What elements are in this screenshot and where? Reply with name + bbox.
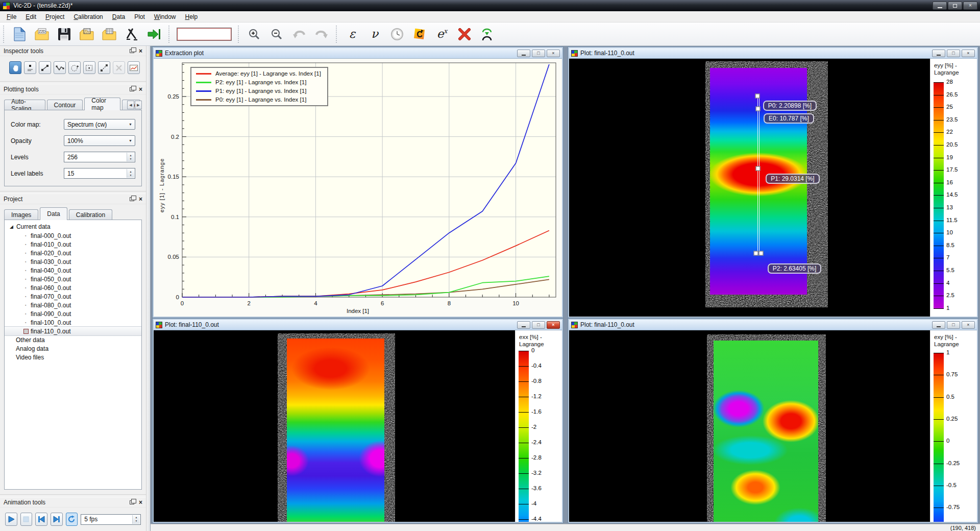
tree-node-current-data[interactable]: ◢ Current data (5, 222, 141, 231)
last-frame-button[interactable] (51, 513, 63, 526)
window-restore-button[interactable]: □ (532, 50, 545, 57)
tree-item-final-000_0.out[interactable]: ▪final-000_0.out (5, 231, 141, 240)
window-restore-button[interactable]: □ (947, 50, 960, 57)
e0-annotation[interactable]: E0: 10.787 [%] (764, 113, 814, 124)
spinner-arrows-icon[interactable]: ▲▼ (127, 169, 134, 178)
p0-annotation[interactable]: P0: 2.20898 [%] (763, 101, 817, 111)
delete-data-button[interactable] (456, 26, 473, 43)
tree-item-final-100_0.out[interactable]: ▪final-100_0.out (5, 318, 141, 327)
window-close-button[interactable]: × (547, 321, 560, 329)
close-panel-icon[interactable]: × (139, 499, 142, 505)
exx-map-canvas[interactable] (154, 330, 515, 522)
extraction-line-tool-button[interactable] (98, 61, 110, 74)
p2-handle[interactable] (753, 251, 758, 255)
window-restore-button[interactable]: □ (947, 321, 960, 329)
close-panel-icon[interactable]: × (139, 196, 142, 202)
run-analysis-button[interactable] (146, 26, 162, 43)
color-map-select[interactable]: Spectrum (cw)▼ (64, 119, 135, 130)
animation-tools-header[interactable]: Animation tools × (0, 497, 146, 508)
tree-item-final-080_0.out[interactable]: ▪final-080_0.out (5, 301, 141, 309)
line-tool-button[interactable] (39, 61, 51, 74)
spinner-arrows-icon[interactable]: ▲▼ (132, 515, 140, 524)
poisson-nu-button[interactable]: ν (366, 26, 383, 43)
extraction-chart[interactable]: 024681000.050.10.150.20.25 Average: eyy … (182, 59, 562, 317)
polyline-tool-button[interactable] (54, 61, 66, 74)
spinner-arrows-icon[interactable]: ▲▼ (127, 153, 134, 161)
close-panel-icon[interactable]: × (139, 48, 142, 54)
extraction-line[interactable] (757, 96, 760, 253)
float-panel-icon[interactable] (130, 500, 134, 504)
exy-map-canvas[interactable] (569, 330, 930, 522)
project-header[interactable]: Project × (0, 194, 146, 204)
extraction-line-handle[interactable] (759, 251, 764, 255)
circle-tool-button[interactable] (68, 61, 81, 74)
zoom-out-button[interactable] (268, 26, 285, 43)
window-minimize-button[interactable] (932, 321, 945, 329)
extraction-plot-tool-button[interactable] (128, 61, 140, 74)
level-labels-stepper[interactable]: 15▲▼ (64, 168, 135, 179)
app-minimize-button[interactable] (933, 2, 947, 10)
recompute-button[interactable]: C (411, 26, 428, 43)
tree-item-analog-data[interactable]: Analog data (5, 344, 141, 353)
window-close-button[interactable]: × (547, 50, 560, 57)
eyy-map-canvas[interactable]: P0: 2.20898 [%] E0: 10.787 [%] P1: 29.03… (569, 59, 930, 317)
open-z2d-project-button[interactable]: Z2D (34, 26, 50, 43)
window-restore-button[interactable]: □ (532, 321, 545, 329)
point-probe-tool-button[interactable] (24, 61, 36, 74)
plot-eyy-titlebar[interactable]: Plot: final-110_0.out □ × (569, 48, 977, 59)
first-frame-button[interactable] (35, 513, 47, 526)
tab-scroll-right-button[interactable]: ▶ (135, 101, 142, 109)
sidebar-splitter[interactable] (146, 46, 151, 531)
tab-images[interactable]: Images (4, 209, 38, 220)
extraction-window-titlebar[interactable]: Extraction plot □ × (154, 48, 562, 59)
pan-tool-button[interactable] (9, 61, 21, 74)
inspector-tools-header[interactable]: Inspector tools × (0, 46, 146, 56)
tab-calibration[interactable]: Calibration (69, 209, 112, 220)
open-speckle-images-button[interactable] (79, 26, 95, 43)
play-button[interactable] (5, 513, 17, 526)
window-minimize-button[interactable] (932, 50, 945, 57)
extensometer-button[interactable] (479, 26, 495, 43)
menu-data[interactable]: Data (108, 12, 130, 21)
redo-button[interactable] (313, 26, 330, 43)
toolbar-combobox[interactable] (177, 28, 232, 41)
new-project-button[interactable] (11, 26, 28, 43)
save-project-button[interactable] (56, 26, 72, 43)
float-panel-icon[interactable] (130, 87, 134, 91)
plotting-tools-header[interactable]: Plotting tools × (0, 84, 146, 94)
tab-data[interactable]: Data (40, 207, 67, 220)
p0-handle[interactable] (756, 106, 761, 111)
float-panel-icon[interactable] (130, 197, 134, 201)
loop-button[interactable] (66, 513, 78, 526)
window-minimize-button[interactable] (517, 50, 530, 57)
zoom-in-button[interactable] (246, 26, 262, 43)
app-titlebar[interactable]: Vic-2D - (tensile.z2d)* × (0, 0, 980, 11)
tree-item-final-070_0.out[interactable]: ▪final-070_0.out (5, 292, 141, 301)
menu-window[interactable]: Window (150, 12, 181, 21)
tree-item-final-020_0.out[interactable]: ▪final-020_0.out (5, 249, 141, 257)
tab-scroll-left-button[interactable]: ◀ (127, 101, 134, 109)
menu-file[interactable]: File (2, 12, 21, 21)
menu-edit[interactable]: Edit (21, 12, 41, 21)
tree-item-final-060_0.out[interactable]: ▪final-060_0.out (5, 283, 141, 292)
expand-arrow-icon[interactable]: ◢ (10, 224, 13, 229)
window-close-button[interactable]: × (962, 50, 975, 57)
window-minimize-button[interactable] (517, 321, 530, 329)
tree-item-final-110_0.out[interactable]: final-110_0.out (5, 327, 141, 335)
p1-annotation[interactable]: P1: 29.0314 [%] (766, 174, 819, 184)
plot-exy-titlebar[interactable]: Plot: final-110_0.out □ × (569, 320, 977, 330)
menu-calibration[interactable]: Calibration (69, 12, 107, 21)
rectangle-tool-button[interactable] (83, 61, 95, 74)
tab-color-map[interactable]: Color map (84, 98, 120, 110)
app-maximize-button[interactable] (948, 2, 962, 10)
fps-stepper[interactable]: 5 fps ▲▼ (81, 514, 141, 525)
extraction-line-handle[interactable] (755, 94, 760, 99)
tree-item-final-010_0.out[interactable]: ▪final-010_0.out (5, 240, 141, 249)
tree-item-final-030_0.out[interactable]: ▪final-030_0.out (5, 257, 141, 266)
open-grid-images-button[interactable] (101, 26, 117, 43)
time-button[interactable] (389, 26, 405, 43)
p1-handle[interactable] (756, 166, 761, 171)
app-close-button[interactable]: × (963, 2, 977, 10)
tree-item-other-data[interactable]: Other data (5, 335, 141, 344)
p2-annotation[interactable]: P2: 2.63405 [%] (768, 263, 821, 274)
